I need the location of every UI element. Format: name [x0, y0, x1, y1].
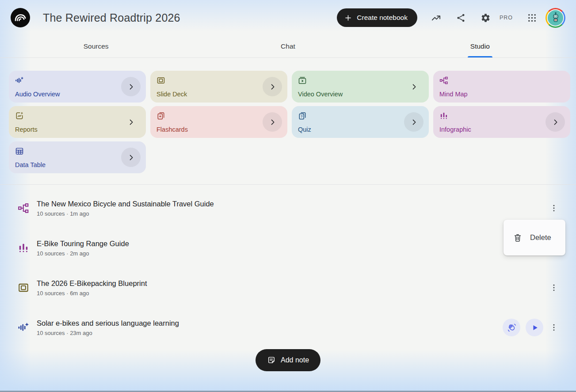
tool-card-flashcards[interactable]: Flashcards — [150, 106, 287, 138]
infographic-icon — [18, 242, 29, 254]
tool-label: Slide Deck — [156, 91, 187, 98]
mind-map-icon — [18, 202, 29, 214]
more-options-icon[interactable] — [549, 281, 559, 295]
tab-chat-label: Chat — [281, 42, 295, 50]
trash-icon — [513, 233, 523, 243]
tab-sources[interactable]: Sources — [0, 35, 192, 57]
chevron-right-icon[interactable] — [404, 77, 423, 96]
note-icon — [267, 356, 276, 365]
artifact-row-audio-overview[interactable]: Solar e-bikes and serious language learn… — [18, 308, 559, 347]
create-notebook-button[interactable]: Create notebook — [337, 8, 417, 27]
menu-item-label: Delete — [530, 233, 551, 242]
tool-card-audio-overview[interactable]: Audio Overview — [9, 71, 146, 103]
tool-label: Infographic — [439, 126, 471, 133]
artifact-text: The New Mexico Bicycle and Sustainable T… — [37, 200, 214, 217]
artifact-actions — [503, 319, 559, 336]
svg-text:?: ? — [301, 114, 303, 118]
analytics-trending-icon[interactable] — [431, 12, 442, 23]
tool-label: Video Overview — [298, 91, 343, 98]
page-title: The Rewired Roadtrip 2026 — [43, 11, 180, 24]
slide-deck-icon — [18, 282, 29, 293]
user-avatar[interactable] — [545, 8, 565, 28]
header: The Rewired Roadtrip 2026 Create noteboo… — [0, 0, 576, 35]
interactive-mode-button[interactable] — [503, 319, 520, 336]
menu-item-delete[interactable]: Delete — [504, 233, 565, 243]
studio-tools-grid: Audio Overview Slide Deck Video Overview — [0, 58, 576, 173]
slide-deck-icon — [156, 76, 165, 85]
tool-label: Audio Overview — [15, 91, 60, 98]
artifact-text: Solar e-bikes and serious language learn… — [37, 319, 179, 336]
artifact-meta: 10 sources · 23m ago — [37, 330, 179, 336]
pro-badge: PRO — [500, 15, 513, 21]
tool-card-infographic[interactable]: Infographic — [433, 106, 570, 138]
chevron-right-icon[interactable] — [263, 77, 282, 96]
chevron-right-icon[interactable] — [404, 112, 423, 132]
tab-sources-label: Sources — [84, 42, 109, 50]
add-note-button[interactable]: Add note — [256, 349, 320, 371]
settings-gear-icon[interactable] — [480, 12, 492, 23]
video-overview-icon — [298, 76, 307, 85]
chevron-right-icon[interactable] — [263, 112, 282, 132]
audio-waveform-sparkle-icon — [15, 76, 24, 85]
mind-map-icon — [439, 76, 448, 85]
tool-card-mind-map[interactable]: Mind Map — [433, 71, 570, 103]
tab-chat[interactable]: Chat — [192, 35, 384, 57]
artifact-row-infographic[interactable]: E-Bike Touring Range Guide 10 sources · … — [18, 228, 559, 268]
tool-label: Data Table — [15, 161, 46, 168]
add-note-label: Add note — [281, 356, 309, 364]
more-options-icon[interactable] — [549, 320, 559, 335]
tool-card-quiz[interactable]: ? Quiz — [292, 106, 429, 138]
artifact-actions — [549, 281, 559, 295]
artifact-actions — [549, 201, 559, 215]
play-audio-button[interactable] — [526, 319, 543, 336]
google-apps-grid-icon[interactable] — [526, 12, 538, 23]
share-icon[interactable] — [455, 12, 467, 23]
add-note-container: Add note — [0, 349, 576, 371]
chevron-right-icon[interactable] — [121, 77, 141, 96]
quiz-icon: ? — [298, 111, 307, 120]
infographic-icon — [439, 111, 448, 120]
tool-label: Quiz — [298, 126, 311, 133]
artifact-title: Solar e-bikes and serious language learn… — [37, 319, 179, 327]
artifact-list: The New Mexico Bicycle and Sustainable T… — [0, 185, 576, 347]
play-icon — [530, 323, 539, 332]
tool-card-data-table[interactable]: Data Table — [9, 141, 146, 173]
artifact-text: E-Bike Touring Range Guide 10 sources · … — [37, 240, 129, 257]
header-actions: Create notebook PRO — [337, 8, 565, 28]
artifact-text: The 2026 E-Bikepacking Blueprint 10 sour… — [37, 279, 147, 297]
tabbar: Sources Chat Studio — [0, 35, 576, 58]
create-notebook-label: Create notebook — [357, 14, 408, 22]
avatar-robot-image — [547, 9, 564, 27]
artifact-title: E-Bike Touring Range Guide — [37, 240, 129, 248]
data-table-icon — [15, 147, 24, 156]
waving-hand-icon — [507, 323, 516, 332]
artifact-row-slide-deck[interactable]: The 2026 E-Bikepacking Blueprint 10 sour… — [18, 268, 559, 308]
artifact-title: The 2026 E-Bikepacking Blueprint — [37, 279, 147, 288]
more-options-icon[interactable] — [549, 201, 559, 215]
tool-label: Reports — [15, 126, 38, 133]
chevron-right-icon[interactable] — [545, 112, 565, 132]
tool-label: Flashcards — [156, 126, 188, 133]
notebooklm-logo-icon[interactable] — [11, 8, 30, 27]
tool-card-reports[interactable]: Reports — [9, 106, 146, 138]
plus-icon — [344, 14, 352, 22]
artifact-row-mind-map[interactable]: The New Mexico Bicycle and Sustainable T… — [18, 188, 559, 228]
artifact-meta: 10 sources · 6m ago — [37, 290, 147, 297]
report-sparkle-icon — [15, 111, 24, 120]
artifact-title: The New Mexico Bicycle and Sustainable T… — [37, 200, 214, 208]
notebooklm-studio-page: The Rewired Roadtrip 2026 Create noteboo… — [0, 0, 576, 392]
tab-studio-label: Studio — [470, 42, 490, 50]
artifact-meta: 10 sources · 1m ago — [37, 210, 214, 217]
context-menu: Delete — [504, 220, 565, 255]
flashcards-icon — [156, 111, 165, 120]
chevron-right-icon[interactable] — [121, 112, 141, 132]
tab-studio[interactable]: Studio — [384, 35, 576, 57]
tool-card-slide-deck[interactable]: Slide Deck — [150, 71, 287, 103]
audio-waveform-sparkle-icon — [18, 322, 29, 333]
tool-label: Mind Map — [439, 91, 468, 98]
tool-card-video-overview[interactable]: Video Overview — [292, 71, 429, 103]
artifact-meta: 10 sources · 2m ago — [37, 250, 129, 257]
chevron-right-icon[interactable] — [121, 148, 141, 167]
